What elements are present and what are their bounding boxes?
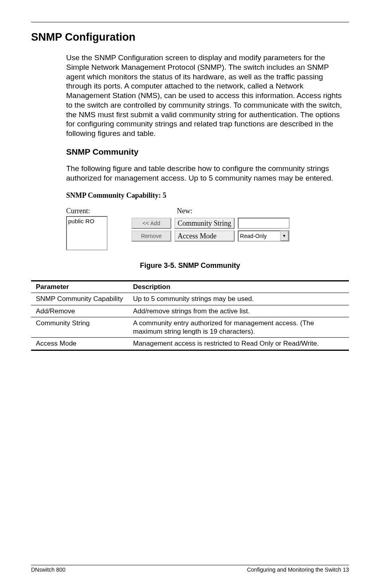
- community-string-input[interactable]: [238, 218, 290, 229]
- access-mode-select[interactable]: Read-Only ▼: [238, 230, 290, 242]
- page-title: SNMP Configuration: [31, 31, 349, 43]
- intro-paragraph: Use the SNMP Configuration screen to dis…: [31, 53, 349, 138]
- param-cell: Access Mode: [31, 338, 128, 350]
- desc-cell: Add/remove strings from the active list.: [128, 305, 349, 317]
- subsection-paragraph: The following figure and table describe …: [31, 164, 349, 183]
- current-listbox[interactable]: public RO: [66, 216, 108, 250]
- desc-cell: Management access is restricted to Read …: [128, 338, 349, 350]
- current-label: Current:: [66, 207, 118, 215]
- desc-cell: A community entry authorized for managem…: [128, 317, 349, 338]
- add-button[interactable]: << Add: [131, 218, 171, 229]
- param-cell: Add/Remove: [31, 305, 128, 317]
- page-footer: DNswitch 800 Configuring and Monitoring …: [31, 565, 349, 573]
- footer-right: Configuring and Monitoring the Switch 13: [247, 566, 349, 573]
- table-row: SNMP Community Capability Up to 5 commun…: [31, 293, 349, 305]
- table-header-description: Description: [128, 281, 349, 293]
- table-row: Community String A community entry autho…: [31, 317, 349, 338]
- table-row: Add/Remove Add/remove strings from the a…: [31, 305, 349, 317]
- community-string-label: Community String: [174, 218, 235, 229]
- param-cell: SNMP Community Capability: [31, 293, 128, 305]
- chevron-down-icon[interactable]: ▼: [280, 231, 289, 241]
- desc-cell: Up to 5 community strings may be used.: [128, 293, 349, 305]
- table-row: Access Mode Management access is restric…: [31, 338, 349, 350]
- remove-button[interactable]: Remove: [131, 230, 171, 242]
- subsection-title: SNMP Community: [31, 147, 349, 157]
- parameter-table: Parameter Description SNMP Community Cap…: [31, 280, 349, 350]
- top-rule: [31, 22, 349, 22]
- access-mode-value: Read-Only: [240, 233, 267, 239]
- new-label: New:: [130, 207, 291, 215]
- footer-left: DNswitch 800: [31, 566, 65, 573]
- access-mode-label: Access Mode: [174, 230, 235, 242]
- capability-label: SNMP Community Capability: 5: [31, 191, 349, 200]
- table-header-parameter: Parameter: [31, 281, 128, 293]
- list-item[interactable]: public RO: [68, 218, 106, 225]
- figure-caption: Figure 3-5. SNMP Community: [31, 262, 349, 270]
- snmp-community-widget: Current: public RO New: << Add Community…: [31, 207, 297, 250]
- param-cell: Community String: [31, 317, 128, 338]
